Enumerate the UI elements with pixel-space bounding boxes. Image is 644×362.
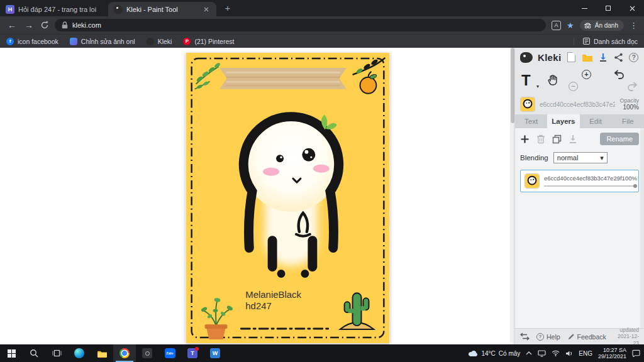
help-button[interactable]: ? <box>629 52 639 63</box>
bookmark-star-icon[interactable]: ★ <box>567 21 574 30</box>
notification-icon <box>632 349 640 357</box>
taskbar-search-button[interactable] <box>23 344 45 362</box>
tab-close-icon[interactable] <box>202 5 211 14</box>
brush-preview-thumbnail[interactable] <box>520 97 535 112</box>
current-brush-row: e6ccd40cce4ecf83b3c47e2 Opacity 100% <box>515 94 644 114</box>
hand-tool-button[interactable] <box>547 74 560 87</box>
kleki-favicon <box>114 5 123 14</box>
duplicate-layer-button[interactable] <box>552 134 562 144</box>
edge-app-button[interactable] <box>68 344 91 362</box>
zalo-app-button[interactable]: Zalo <box>158 344 181 362</box>
download-icon <box>598 52 608 62</box>
system-tray: 14°C Có mây <box>468 344 644 362</box>
camera-app-button[interactable] <box>136 344 158 362</box>
add-layer-button[interactable] <box>520 134 530 144</box>
window-minimize-button[interactable] <box>572 0 596 16</box>
rename-button[interactable]: Rename <box>600 133 639 145</box>
brush-hash-text: e6ccd40cce4ecf83b3c47e2 <box>540 101 615 108</box>
tab-kleki[interactable]: Kleki - Paint Tool <box>108 2 216 16</box>
page-scrollbar-thumb[interactable] <box>511 48 514 123</box>
layer-opacity-slider[interactable] <box>544 184 637 188</box>
wifi-tray-icon[interactable] <box>552 350 560 356</box>
bookmark-kleki[interactable]: Kleki <box>147 38 172 45</box>
canvas-card: MelanieBlack hd247 <box>186 53 390 343</box>
history-controls <box>613 70 638 91</box>
hoidap-favicon: H <box>6 5 14 14</box>
address-bar[interactable]: kleki.com <box>55 19 546 31</box>
new-image-button[interactable] <box>566 52 576 63</box>
undo-button[interactable] <box>614 70 625 79</box>
share-icon <box>614 53 623 62</box>
slider-knob[interactable] <box>633 184 637 188</box>
tab-hoidap247[interactable]: H Hỏi đáp 247 - trang tra loi <box>0 2 108 16</box>
display-tray-icon[interactable] <box>538 350 546 357</box>
open-file-button[interactable] <box>582 52 593 63</box>
redo-button[interactable] <box>627 82 638 91</box>
zoom-out-button[interactable]: − <box>569 82 578 91</box>
bookmark-pinterest[interactable]: P (21) Pinterest <box>183 38 234 45</box>
paint-canvas[interactable]: MelanieBlack hd247 <box>186 53 390 343</box>
help-label: Help <box>547 333 560 341</box>
text-tool-letter: T <box>521 72 531 89</box>
start-button[interactable] <box>0 344 23 362</box>
window-maximize-button[interactable] <box>596 0 620 16</box>
layer-item[interactable]: e6ccd40cce4ecf83b3c47e29f 100% <box>520 170 639 192</box>
new-tab-button[interactable]: + <box>221 3 234 13</box>
help-link[interactable]: ? Help <box>536 333 560 341</box>
zoom-controls: + − <box>569 70 591 91</box>
text-tool-button[interactable]: T ▾ <box>521 73 538 88</box>
profile-chip[interactable]: Ẩn danh <box>580 20 624 31</box>
blending-select[interactable]: normal ▾ <box>553 152 608 163</box>
language-indicator[interactable]: ENG <box>579 350 592 357</box>
notification-center-button[interactable] <box>632 349 640 357</box>
page-content: MelanieBlack hd247 Kleki <box>0 48 644 344</box>
delete-layer-button[interactable] <box>536 134 545 144</box>
volume-tray-icon[interactable] <box>565 350 573 357</box>
bookmark-facebook[interactable]: f icon facebook <box>6 38 58 45</box>
updated-info: updated 2021-12-23 <box>613 327 639 346</box>
share-button[interactable] <box>613 52 623 63</box>
tab-layers[interactable]: Layers <box>547 114 579 128</box>
translate-icon[interactable]: A <box>552 21 561 30</box>
tab-text[interactable]: Text <box>515 114 547 128</box>
window-close-button[interactable] <box>620 0 644 16</box>
back-button[interactable]: ← <box>6 21 18 30</box>
reading-list-button[interactable]: Danh sách đọc <box>574 38 638 45</box>
page-scrollbar[interactable] <box>510 48 515 344</box>
browser-menu-button[interactable]: ⋮ <box>630 21 638 30</box>
forward-button[interactable]: → <box>23 21 35 30</box>
notification-badge <box>195 347 199 351</box>
clock-widget[interactable]: 10:27 SA 29/12/2021 <box>598 347 626 359</box>
tab-edit[interactable]: Edit <box>580 114 612 128</box>
weather-temp: 14°C <box>481 350 495 357</box>
tray-expand-button[interactable] <box>526 351 532 355</box>
reload-button[interactable] <box>40 21 49 30</box>
redo-icon <box>627 82 638 91</box>
kleki-header: Kleki <box>515 48 644 67</box>
kleki-toolbar: T ▾ + − <box>515 67 644 94</box>
banner-ribbon <box>219 68 346 89</box>
word-icon: W <box>210 348 220 358</box>
chrome-app-button[interactable] <box>113 344 136 362</box>
layers-scrollbar[interactable] <box>640 128 644 328</box>
tab-file[interactable]: File <box>612 114 644 128</box>
file-explorer-button[interactable] <box>91 344 113 362</box>
kleki-logo-icon <box>520 52 533 63</box>
bookmark-chinh-sua-anh[interactable]: Chỉnh sửa ảnh onl <box>70 38 135 45</box>
chrome-icon <box>119 348 130 358</box>
kleki-tool-panel: Kleki <box>515 48 644 344</box>
slider-track <box>544 185 637 187</box>
camera-app-icon <box>142 348 152 358</box>
merge-layer-button[interactable] <box>569 134 577 144</box>
save-button[interactable] <box>598 52 608 63</box>
swap-button[interactable] <box>520 332 530 341</box>
task-view-button[interactable] <box>45 344 68 362</box>
teams-app-button[interactable]: T <box>181 344 204 362</box>
opacity-control[interactable]: Opacity 100% <box>619 97 639 111</box>
task-view-icon <box>52 349 62 357</box>
feedback-link[interactable]: Feedback <box>567 333 606 341</box>
word-app-button[interactable]: W <box>204 344 226 362</box>
weather-widget[interactable]: 14°C Có mây <box>468 349 520 357</box>
layer-thumbnail <box>525 173 540 189</box>
zoom-in-button[interactable]: + <box>582 70 591 79</box>
